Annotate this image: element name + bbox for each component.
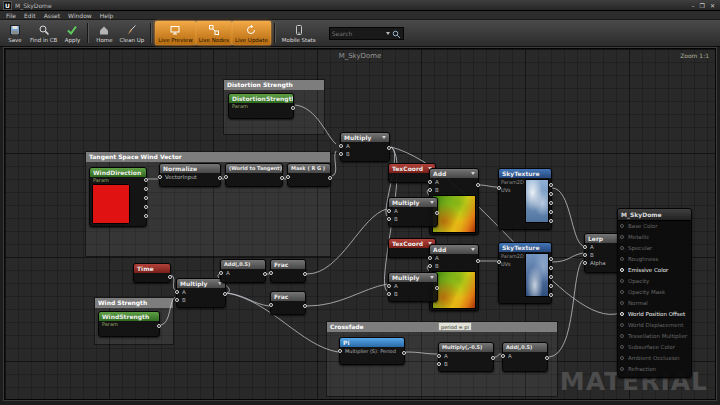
- input-pin[interactable]: [620, 279, 624, 283]
- input-pin[interactable]: [269, 271, 273, 275]
- output-pin-b[interactable]: [144, 205, 148, 209]
- input-pin-a[interactable]: [387, 284, 391, 288]
- search-input[interactable]: [332, 30, 384, 37]
- input-pin[interactable]: [620, 334, 624, 338]
- node-material-output[interactable]: M_SkyDome Base Color Metallic Specular R…: [617, 208, 692, 378]
- output-pin[interactable]: [280, 176, 284, 180]
- clean-up-button[interactable]: Clean Up: [116, 21, 147, 45]
- input-pin-b[interactable]: [428, 188, 432, 192]
- output-pin-rgb[interactable]: [549, 183, 553, 187]
- node-component-mask-rg[interactable]: Mask ( R G ): [287, 163, 331, 187]
- output-pin-g[interactable]: [549, 201, 553, 205]
- output-pin-b[interactable]: [549, 210, 553, 214]
- find-in-cb-button[interactable]: Find in CB: [27, 21, 60, 45]
- input-pin-a[interactable]: [387, 209, 391, 213]
- input-pin-a[interactable]: [428, 180, 432, 184]
- material-pin-row[interactable]: Emissive Color: [618, 265, 691, 276]
- output-pin-g[interactable]: [549, 275, 553, 279]
- input-pin-b[interactable]: [175, 298, 179, 302]
- output-pin[interactable]: [491, 356, 495, 360]
- live-nodes-toggle[interactable]: Live Nodes: [196, 21, 232, 45]
- output-pin[interactable]: [218, 176, 222, 180]
- output-pin-b[interactable]: [549, 284, 553, 288]
- node-multiply-time[interactable]: Multiply A B: [176, 278, 226, 308]
- input-pin[interactable]: [620, 323, 624, 327]
- input-pin[interactable]: [158, 175, 162, 179]
- material-pin-row[interactable]: Roughness: [618, 254, 691, 265]
- input-pin-uvs[interactable]: [497, 186, 501, 190]
- node-multiply-pan-2[interactable]: Multiply A B: [388, 272, 438, 302]
- node-frac-1[interactable]: Frac: [270, 259, 306, 283]
- apply-button[interactable]: Apply: [60, 21, 84, 45]
- output-pin-r[interactable]: [144, 187, 148, 191]
- node-multiply-distortion[interactable]: Multiply A B: [340, 132, 390, 162]
- node-wind-direction-param[interactable]: WindDirection Param: [89, 167, 147, 227]
- input-pin-b[interactable]: [583, 253, 587, 257]
- material-pin-row[interactable]: Tessellation Multiplier: [618, 331, 691, 342]
- output-pin[interactable]: [476, 259, 480, 263]
- input-pin[interactable]: [620, 312, 624, 316]
- node-pi-period[interactable]: Pi Multiplier (S): Period: [339, 337, 405, 365]
- output-pin[interactable]: [303, 272, 307, 276]
- input-pin-a[interactable]: [428, 256, 432, 260]
- comment-title[interactable]: Distortion Strength: [224, 80, 324, 90]
- output-pin[interactable]: [168, 275, 172, 279]
- input-pin[interactable]: [620, 246, 624, 250]
- input-pin-a[interactable]: [583, 245, 587, 249]
- input-pin[interactable]: [620, 345, 624, 349]
- live-preview-toggle[interactable]: Live Preview: [155, 21, 195, 45]
- output-pin[interactable]: [387, 146, 391, 150]
- output-pin-r[interactable]: [549, 192, 553, 196]
- maximize-button[interactable]: ❐: [700, 0, 705, 11]
- material-pin-row[interactable]: Opacity: [618, 276, 691, 287]
- node-distortion-strength-param[interactable]: DistortionStrength Param: [228, 93, 294, 119]
- material-pin-row[interactable]: World Displacement: [618, 320, 691, 331]
- output-pin[interactable]: [291, 106, 295, 110]
- input-pin-a[interactable]: [437, 354, 441, 358]
- input-pin[interactable]: [224, 175, 228, 179]
- input-pin[interactable]: [620, 235, 624, 239]
- close-button[interactable]: ✕: [710, 0, 715, 11]
- menu-item[interactable]: File: [2, 12, 20, 19]
- input-pin-a[interactable]: [339, 144, 343, 148]
- node-sky-texture-1[interactable]: SkyTexture Param2D UVs: [498, 168, 552, 230]
- menu-item[interactable]: Edit: [20, 12, 40, 19]
- input-pin[interactable]: [286, 175, 290, 179]
- node-add-half-phase[interactable]: Add(,0.5) A: [220, 259, 266, 283]
- node-frac-2[interactable]: Frac: [270, 291, 306, 315]
- graph-canvas[interactable]: M_SkyDome Zoom 1:1 MATERIAL Distortion S…: [4, 48, 716, 400]
- mobile-stats-button[interactable]: Mobile Stats: [279, 21, 319, 45]
- comment-title[interactable]: Wind Strength: [95, 298, 173, 308]
- comment-title[interactable]: Tangent Space Wind Vector: [86, 152, 330, 162]
- material-pin-row[interactable]: Opacity Mask: [618, 287, 691, 298]
- node-sky-texture-2[interactable]: SkyTexture Param2D UVs: [498, 242, 552, 304]
- input-pin-b[interactable]: [428, 264, 432, 268]
- input-pin[interactable]: [620, 224, 624, 228]
- material-pin-row[interactable]: Subsurface Color: [618, 342, 691, 353]
- node-add-half-2[interactable]: Add(,0.5) A: [502, 342, 548, 372]
- output-pin-a[interactable]: [549, 293, 553, 297]
- search-go-icon[interactable]: [392, 24, 401, 43]
- output-pin[interactable]: [328, 176, 332, 180]
- chevron-down-icon[interactable]: [386, 32, 390, 35]
- node-multiply-pan-1[interactable]: Multiply A B: [388, 197, 438, 227]
- input-pin-b[interactable]: [339, 152, 343, 156]
- home-button[interactable]: Home: [92, 21, 116, 45]
- live-update-toggle[interactable]: Live Update: [232, 21, 271, 45]
- output-pin[interactable]: [476, 183, 480, 187]
- input-pin-a[interactable]: [501, 354, 505, 358]
- material-pin-row[interactable]: Ambient Occlusion: [618, 353, 691, 364]
- input-pin-alpha[interactable]: [583, 261, 587, 265]
- menu-item[interactable]: Window: [64, 12, 96, 19]
- node-wind-strength-param[interactable]: WindStrength Param: [98, 311, 160, 337]
- output-pin[interactable]: [435, 286, 439, 290]
- minimize-button[interactable]: –: [692, 0, 695, 11]
- input-pin[interactable]: [620, 257, 624, 261]
- input-pin[interactable]: [338, 349, 342, 353]
- output-pin[interactable]: [545, 356, 549, 360]
- material-pin-row[interactable]: Normal: [618, 298, 691, 309]
- input-pin-b[interactable]: [437, 362, 441, 366]
- node-transform-world-to-tangent[interactable]: (World to Tangent): [225, 163, 283, 187]
- output-pin[interactable]: [263, 272, 267, 276]
- output-pin-rgb[interactable]: [549, 257, 553, 261]
